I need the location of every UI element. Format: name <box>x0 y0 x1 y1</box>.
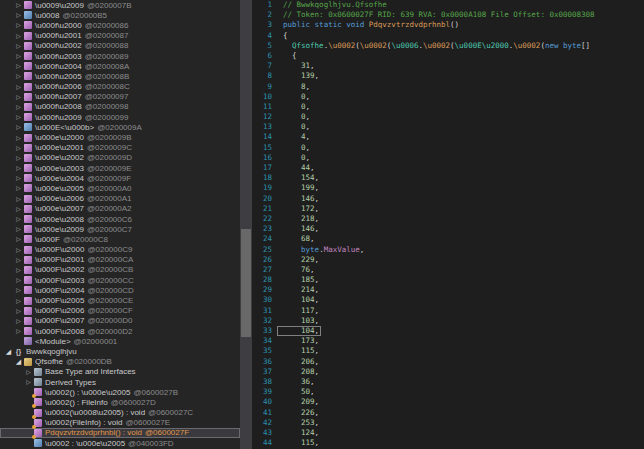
line-number[interactable]: 5 <box>252 41 277 51</box>
expander-collapsed-icon[interactable]: ▷ <box>14 2 23 8</box>
tree-item[interactable]: ▷\u000f\u2001@02000087 <box>0 31 240 41</box>
tree-item[interactable]: ▷\u000f\u2003@02000089 <box>0 51 240 61</box>
tree-item[interactable]: ▷\u000e\u2006@020000A1 <box>0 194 240 204</box>
line-number[interactable]: 11 <box>252 102 277 112</box>
code-line[interactable]: 30 104, <box>252 295 644 305</box>
code-line[interactable]: 19 199, <box>252 183 644 193</box>
line-number[interactable]: 8 <box>252 71 277 81</box>
code-line[interactable]: 12 0, <box>252 112 644 122</box>
code-line[interactable]: 28 185, <box>252 275 644 285</box>
line-number[interactable]: 20 <box>252 194 277 204</box>
code-line[interactable]: 2// Token: 0x0600027F RID: 639 RVA: 0x00… <box>252 10 644 20</box>
tree-item[interactable]: Pdqvzvtrzdvdprhnbl() : void@0600027F <box>0 428 240 438</box>
line-number[interactable]: 41 <box>252 408 277 418</box>
tree-item[interactable]: ▷\u000F\u2001@020000CA <box>0 255 240 265</box>
line-number[interactable]: 19 <box>252 183 277 193</box>
expander-collapsed-icon[interactable]: ▷ <box>14 43 23 49</box>
expander-collapsed-icon[interactable]: ▷ <box>14 155 23 161</box>
line-number[interactable]: 17 <box>252 163 277 173</box>
code-line[interactable]: 26 229, <box>252 255 644 265</box>
expander-collapsed-icon[interactable]: ▷ <box>14 257 23 263</box>
line-number[interactable]: 44 <box>252 438 277 448</box>
tree-item[interactable]: ▷\u000f\u2009@02000099 <box>0 112 240 122</box>
line-number[interactable]: 28 <box>252 275 277 285</box>
code-line[interactable]: 38 36, <box>252 377 644 387</box>
tree-item[interactable]: ▷\u000f\u2008@02000098 <box>0 102 240 112</box>
expander-collapsed-icon[interactable]: ▷ <box>14 287 23 293</box>
tree-item[interactable]: \u0002(\u0008\u2005) : void@0600027C <box>0 408 240 418</box>
code-line[interactable]: 44 115, <box>252 438 644 448</box>
line-number[interactable]: 31 <box>252 306 277 316</box>
line-number[interactable]: 6 <box>252 51 277 61</box>
code-line[interactable]: 34 173, <box>252 336 644 346</box>
tree-item[interactable]: ▷\u000e\u2008@020000C6 <box>0 214 240 224</box>
line-number[interactable]: 42 <box>252 418 277 428</box>
code-line[interactable]: 22 218, <box>252 214 644 224</box>
expander-collapsed-icon[interactable]: ▷ <box>14 114 23 120</box>
tree-item[interactable]: \u0002() : FileInfo@0600027D <box>0 397 240 407</box>
code-line[interactable]: 35 115, <box>252 346 644 356</box>
code-line[interactable]: 17 44, <box>252 163 644 173</box>
line-number[interactable]: 43 <box>252 428 277 438</box>
code-line[interactable]: 27 76, <box>252 265 644 275</box>
tree-item[interactable]: ▷\u000F@020000C8 <box>0 234 240 244</box>
line-number[interactable]: 27 <box>252 265 277 275</box>
line-number[interactable]: 26 <box>252 255 277 265</box>
expander-expanded-icon[interactable]: ◢ <box>4 348 13 355</box>
code-line[interactable]: 31 117, <box>252 306 644 316</box>
code-line[interactable]: 39 50, <box>252 387 644 397</box>
line-number[interactable]: 18 <box>252 173 277 183</box>
line-number[interactable]: 7 <box>252 61 277 71</box>
expander-collapsed-icon[interactable]: ▷ <box>14 196 23 202</box>
tree-item[interactable]: ▷\u000e\u2003@0200009E <box>0 163 240 173</box>
tree-item[interactable]: ▷\u000E<\u000b>@0200009A <box>0 122 240 132</box>
code-line[interactable]: 3public static void Pdqvzvtrzdvdprhnbl() <box>252 20 644 30</box>
expander-collapsed-icon[interactable]: ▷ <box>14 104 23 110</box>
expander-collapsed-icon[interactable]: ▷ <box>14 206 23 212</box>
expander-collapsed-icon[interactable]: ▷ <box>14 22 23 28</box>
expander-collapsed-icon[interactable]: ▷ <box>14 226 23 232</box>
expander-collapsed-icon[interactable]: ▷ <box>14 145 23 151</box>
tree-item[interactable]: ▷\u000f\u2000@02000086 <box>0 20 240 30</box>
tree-item[interactable]: ▷\u000e\u2001@0200009C <box>0 143 240 153</box>
tree-item[interactable]: \u0002() : \u000e\u2005@0600027B <box>0 387 240 397</box>
code-line[interactable]: 40 209, <box>252 397 644 407</box>
tree-scrollbar-thumb[interactable] <box>241 229 251 337</box>
code-line[interactable]: 15 0, <box>252 143 644 153</box>
tree-item[interactable]: ▷\u000e\u2005@020000A0 <box>0 183 240 193</box>
tree-item[interactable]: ▷\u000e\u2007@020000A2 <box>0 204 240 214</box>
code-line[interactable]: 29 214, <box>252 285 644 295</box>
line-number[interactable]: 40 <box>252 397 277 407</box>
line-number[interactable]: 35 <box>252 346 277 356</box>
code-line[interactable]: 16 0, <box>252 153 644 163</box>
tree-item[interactable]: ▷\u000f\u2006@0200008C <box>0 82 240 92</box>
expander-collapsed-icon[interactable]: ▷ <box>14 185 23 191</box>
tree-item[interactable]: ▷Derived Types <box>0 377 240 387</box>
code-line[interactable]: 5 Qfsofhe.\u0002(\u0002(\u0006.\u0002(\u… <box>252 41 644 51</box>
line-number[interactable]: 9 <box>252 82 277 92</box>
expander-collapsed-icon[interactable]: ▷ <box>14 216 23 222</box>
tree-item[interactable]: ◢{}Bwwkqoglhjvu <box>0 346 240 356</box>
expander-collapsed-icon[interactable]: ▷ <box>14 328 23 334</box>
code-line[interactable]: 8 139, <box>252 71 644 81</box>
line-number[interactable]: 23 <box>252 224 277 234</box>
tree-item[interactable]: ▷\u000e\u2002@0200009D <box>0 153 240 163</box>
tree-item[interactable]: ▷\u000f\u2005@0200008B <box>0 71 240 81</box>
tree-item[interactable]: \u0002(FileInfo) : void@0600027E <box>0 418 240 428</box>
tree-item[interactable]: ▷\u000F\u2003@020000CC <box>0 275 240 285</box>
expander-collapsed-icon[interactable]: ▷ <box>14 318 23 324</box>
line-number[interactable]: 39 <box>252 387 277 397</box>
tree-item[interactable]: ▷Base Type and Interfaces <box>0 367 240 377</box>
expander-collapsed-icon[interactable]: ▷ <box>24 379 33 385</box>
line-number[interactable]: 10 <box>252 92 277 102</box>
expander-collapsed-icon[interactable]: ▷ <box>14 63 23 69</box>
expander-collapsed-icon[interactable]: ▷ <box>14 165 23 171</box>
expander-collapsed-icon[interactable]: ▷ <box>14 298 23 304</box>
tree-item[interactable]: \u0002 : \u000e\u2005@040003FD <box>0 438 240 448</box>
line-number[interactable]: 22 <box>252 214 277 224</box>
tree-item[interactable]: ▷\u000F\u2007@020000D0 <box>0 316 240 326</box>
code-line[interactable]: 21 172, <box>252 204 644 214</box>
code-line[interactable]: 24 68, <box>252 234 644 244</box>
tree-item[interactable]: ▷\u000F\u2004@020000CD <box>0 285 240 295</box>
line-number[interactable]: 24 <box>252 234 277 244</box>
